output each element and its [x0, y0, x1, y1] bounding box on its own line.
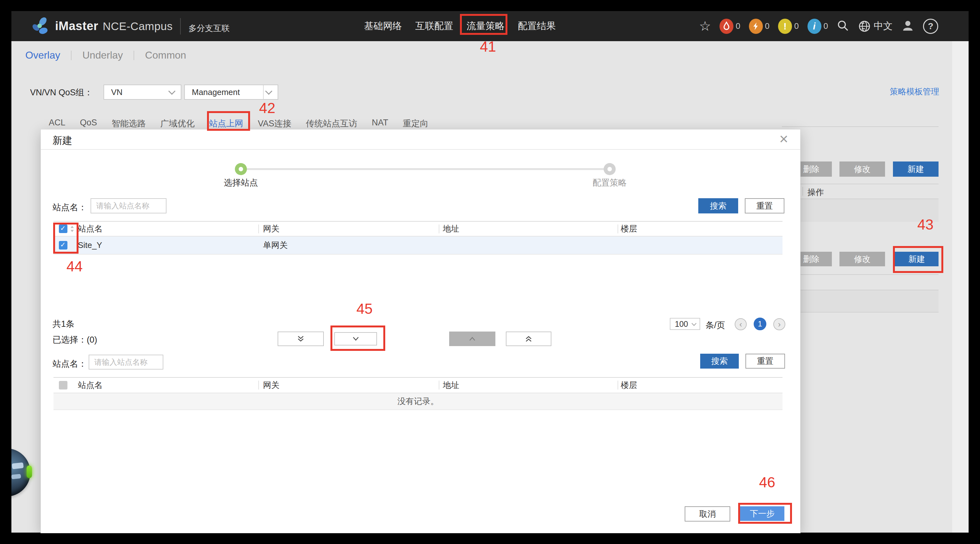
nav-item-config-result[interactable]: 配置结果 — [516, 20, 558, 33]
column-gateway: 网关 — [263, 223, 280, 235]
reset-button[interactable]: 重置 — [745, 198, 784, 214]
row-checkbox[interactable] — [59, 241, 67, 249]
qos-group-select[interactable]: Management — [184, 85, 278, 100]
page-size-unit: 条/页 — [706, 319, 725, 331]
brand-divider — [180, 18, 181, 35]
cell-site-name: Site_Y — [78, 240, 102, 250]
column-address: 地址 — [443, 223, 459, 235]
tab-vas-connection[interactable]: VAS连接 — [258, 118, 291, 129]
policy-template-link[interactable]: 策略模板管理 — [862, 86, 939, 97]
screenshot-canvas: iMaster NCE-Campus 多分支互联 基础网络 互联配置 流量策略 … — [0, 0, 980, 544]
critical-alarm-count: 0 — [736, 21, 740, 31]
sort-icon[interactable] — [70, 225, 75, 233]
column-site-name: 站点名 — [78, 380, 103, 391]
tab-separator — [134, 51, 134, 60]
tab-qos[interactable]: QoS — [80, 118, 97, 128]
move-all-up-button[interactable] — [506, 332, 551, 346]
nav-item-basic-network[interactable]: 基础网络 — [362, 20, 404, 33]
select-divider — [263, 85, 264, 99]
vn-select-value: VN — [104, 88, 167, 97]
minor-alarm-icon: ! — [778, 19, 792, 34]
site-name-input[interactable] — [91, 198, 167, 214]
vn-select[interactable]: VN — [103, 85, 181, 100]
qos-group-select-value: Management — [185, 88, 263, 97]
info-alarm-badge[interactable]: i 0 — [808, 19, 828, 34]
tab-common[interactable]: Common — [145, 49, 186, 61]
critical-alarm-badge[interactable]: 0 — [719, 19, 740, 34]
nav-item-traffic-policy[interactable]: 流量策略 41 — [465, 20, 506, 33]
help-icon[interactable]: ? — [923, 19, 938, 34]
background-create-button-2[interactable]: 新建 — [895, 252, 939, 266]
move-down-button[interactable] — [334, 332, 377, 345]
tab-site-internet-access[interactable]: 站点上网 42 — [209, 118, 243, 129]
move-down-icon — [351, 336, 361, 341]
major-alarm-count: 0 — [765, 21, 770, 31]
language-switcher[interactable]: 中文 — [858, 20, 892, 33]
brand: iMaster NCE-Campus 多分支互联 — [31, 11, 229, 41]
close-icon[interactable]: × — [779, 130, 788, 148]
divider — [782, 183, 939, 184]
column-site-name: 站点名 — [78, 223, 103, 235]
next-page-button[interactable]: › — [773, 318, 785, 330]
globe-icon — [858, 20, 871, 33]
robot-eye-slit — [12, 462, 24, 469]
scrollbar-track[interactable] — [952, 41, 969, 533]
tab-smart-routing[interactable]: 智能选路 — [112, 118, 146, 129]
tab-wan-optimization[interactable]: 广域优化 — [161, 118, 195, 129]
move-up-button[interactable] — [449, 332, 495, 346]
selected-count-text: 已选择：(0) — [52, 334, 97, 345]
tab-underlay[interactable]: Underlay — [82, 49, 123, 61]
column-divider — [802, 187, 803, 196]
imaster-logo-icon — [31, 16, 51, 36]
tab-nat[interactable]: NAT — [372, 118, 388, 128]
divider — [782, 126, 939, 127]
page-size-select[interactable]: 100 — [670, 318, 700, 330]
empty-row: 没有记录。 — [54, 393, 783, 410]
table-row-band — [782, 199, 939, 222]
tab-redirect[interactable]: 重定向 — [403, 118, 429, 129]
search-button[interactable]: 搜索 — [698, 198, 738, 214]
select-all-checkbox-disabled — [59, 381, 67, 389]
info-alarm-icon: i — [808, 19, 821, 34]
search-icon[interactable] — [837, 19, 849, 33]
move-all-down-button[interactable] — [278, 332, 324, 346]
qos-group-label: VN/VN QoS组： — [30, 87, 93, 98]
prev-page-button[interactable]: ‹ — [735, 318, 747, 330]
tab-overlay[interactable]: Overlay — [25, 49, 60, 61]
minor-alarm-badge[interactable]: ! 0 — [778, 19, 799, 34]
favorite-star-icon[interactable]: ☆ — [699, 20, 711, 33]
minor-alarm-count: 0 — [794, 21, 799, 31]
background-create-button[interactable]: 新建 — [893, 161, 939, 177]
page-size-value: 100 — [670, 319, 690, 329]
site-name-input-2[interactable] — [89, 355, 163, 370]
search-button-2[interactable]: 搜索 — [700, 354, 739, 369]
select-all-checkbox[interactable] — [59, 225, 67, 233]
table-row-band — [782, 290, 939, 313]
robot-mouth-slit — [11, 474, 21, 479]
top-bar: iMaster NCE-Campus 多分支互联 基础网络 互联配置 流量策略 … — [11, 11, 969, 41]
cell-gateway: 单网关 — [263, 240, 288, 251]
background-modify-button-2[interactable]: 修改 — [840, 252, 885, 266]
column-gateway: 网关 — [263, 380, 280, 391]
tab-legacy-site-access[interactable]: 传统站点互访 — [306, 118, 357, 129]
step-1-dot — [235, 163, 247, 175]
major-alarm-badge[interactable]: 0 — [749, 19, 770, 34]
page-tabs: Overlay Underlay Common — [25, 49, 186, 61]
cancel-button[interactable]: 取消 — [685, 506, 730, 522]
reset-button-2[interactable]: 重置 — [745, 354, 785, 369]
total-count-text: 共1条 — [52, 318, 75, 330]
nav-item-interconnect-config[interactable]: 互联配置 — [414, 20, 455, 33]
module-name: 多分支互联 — [188, 23, 229, 34]
modal-title: 新建 — [52, 134, 72, 147]
table-row-site-y[interactable]: Site_Y 单网关 — [54, 236, 783, 255]
empty-text: 没有记录。 — [398, 396, 439, 407]
selected-sites-table: 站点名 网关 地址 楼层 没有记录。 — [54, 377, 783, 410]
tab-acl[interactable]: ACL — [49, 118, 65, 128]
current-page-button[interactable]: 1 — [754, 317, 766, 330]
next-step-button[interactable]: 下一步 — [740, 506, 784, 521]
user-icon[interactable] — [901, 19, 915, 34]
background-modify-button[interactable]: 修改 — [840, 161, 885, 177]
table-header-row: 站点名 网关 地址 楼层 — [54, 221, 783, 236]
stepper-line — [247, 168, 605, 170]
assistant-robot-widget[interactable] — [11, 448, 30, 496]
